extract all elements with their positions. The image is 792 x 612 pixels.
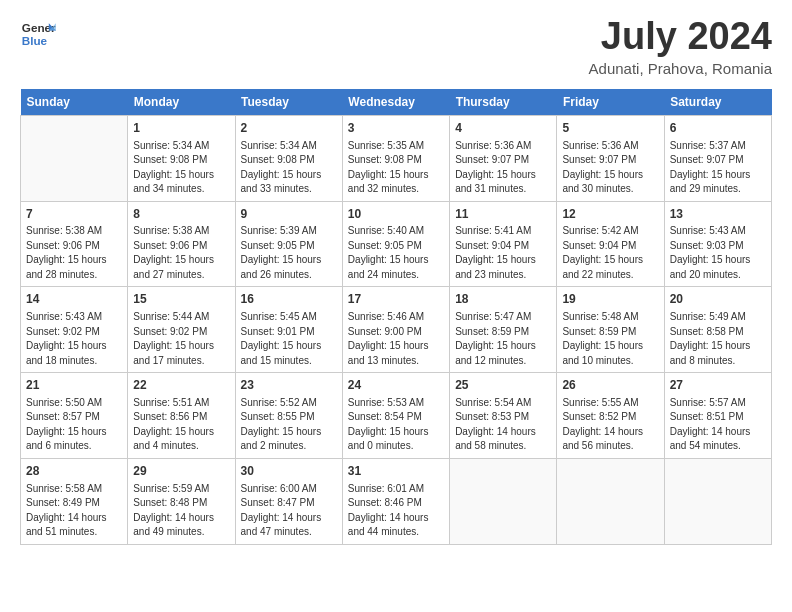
calendar-cell: 29Sunrise: 5:59 AM Sunset: 8:48 PM Dayli… (128, 458, 235, 544)
day-number: 28 (26, 463, 122, 480)
cell-info: Sunrise: 5:34 AM Sunset: 9:08 PM Dayligh… (133, 139, 229, 197)
cell-info: Sunrise: 5:40 AM Sunset: 9:05 PM Dayligh… (348, 224, 444, 282)
col-header-friday: Friday (557, 89, 664, 116)
calendar-week-row: 28Sunrise: 5:58 AM Sunset: 8:49 PM Dayli… (21, 458, 772, 544)
cell-info: Sunrise: 5:42 AM Sunset: 9:04 PM Dayligh… (562, 224, 658, 282)
day-number: 26 (562, 377, 658, 394)
cell-info: Sunrise: 6:00 AM Sunset: 8:47 PM Dayligh… (241, 482, 337, 540)
month-title: July 2024 (589, 16, 772, 58)
cell-info: Sunrise: 5:51 AM Sunset: 8:56 PM Dayligh… (133, 396, 229, 454)
calendar-cell: 11Sunrise: 5:41 AM Sunset: 9:04 PM Dayli… (450, 201, 557, 287)
cell-info: Sunrise: 5:41 AM Sunset: 9:04 PM Dayligh… (455, 224, 551, 282)
cell-info: Sunrise: 5:38 AM Sunset: 9:06 PM Dayligh… (26, 224, 122, 282)
calendar-cell: 17Sunrise: 5:46 AM Sunset: 9:00 PM Dayli… (342, 287, 449, 373)
day-number: 17 (348, 291, 444, 308)
col-header-thursday: Thursday (450, 89, 557, 116)
calendar-cell: 26Sunrise: 5:55 AM Sunset: 8:52 PM Dayli… (557, 373, 664, 459)
calendar-cell: 12Sunrise: 5:42 AM Sunset: 9:04 PM Dayli… (557, 201, 664, 287)
calendar-cell: 31Sunrise: 6:01 AM Sunset: 8:46 PM Dayli… (342, 458, 449, 544)
calendar-cell: 5Sunrise: 5:36 AM Sunset: 9:07 PM Daylig… (557, 115, 664, 201)
day-number: 2 (241, 120, 337, 137)
day-number: 15 (133, 291, 229, 308)
calendar-table: SundayMondayTuesdayWednesdayThursdayFrid… (20, 89, 772, 545)
calendar-cell: 8Sunrise: 5:38 AM Sunset: 9:06 PM Daylig… (128, 201, 235, 287)
logo-icon: General Blue (20, 16, 56, 52)
cell-info: Sunrise: 5:43 AM Sunset: 9:02 PM Dayligh… (26, 310, 122, 368)
cell-info: Sunrise: 5:35 AM Sunset: 9:08 PM Dayligh… (348, 139, 444, 197)
cell-info: Sunrise: 5:46 AM Sunset: 9:00 PM Dayligh… (348, 310, 444, 368)
calendar-header-row: SundayMondayTuesdayWednesdayThursdayFrid… (21, 89, 772, 116)
calendar-cell: 23Sunrise: 5:52 AM Sunset: 8:55 PM Dayli… (235, 373, 342, 459)
calendar-cell: 7Sunrise: 5:38 AM Sunset: 9:06 PM Daylig… (21, 201, 128, 287)
day-number: 7 (26, 206, 122, 223)
page-header: General Blue July 2024 Adunati, Prahova,… (20, 16, 772, 77)
day-number: 16 (241, 291, 337, 308)
calendar-week-row: 14Sunrise: 5:43 AM Sunset: 9:02 PM Dayli… (21, 287, 772, 373)
day-number: 6 (670, 120, 766, 137)
calendar-cell: 24Sunrise: 5:53 AM Sunset: 8:54 PM Dayli… (342, 373, 449, 459)
calendar-week-row: 1Sunrise: 5:34 AM Sunset: 9:08 PM Daylig… (21, 115, 772, 201)
calendar-cell (21, 115, 128, 201)
calendar-week-row: 7Sunrise: 5:38 AM Sunset: 9:06 PM Daylig… (21, 201, 772, 287)
cell-info: Sunrise: 6:01 AM Sunset: 8:46 PM Dayligh… (348, 482, 444, 540)
col-header-sunday: Sunday (21, 89, 128, 116)
calendar-cell: 18Sunrise: 5:47 AM Sunset: 8:59 PM Dayli… (450, 287, 557, 373)
col-header-monday: Monday (128, 89, 235, 116)
location: Adunati, Prahova, Romania (589, 60, 772, 77)
calendar-week-row: 21Sunrise: 5:50 AM Sunset: 8:57 PM Dayli… (21, 373, 772, 459)
col-header-saturday: Saturday (664, 89, 771, 116)
calendar-cell: 25Sunrise: 5:54 AM Sunset: 8:53 PM Dayli… (450, 373, 557, 459)
day-number: 8 (133, 206, 229, 223)
cell-info: Sunrise: 5:39 AM Sunset: 9:05 PM Dayligh… (241, 224, 337, 282)
cell-info: Sunrise: 5:54 AM Sunset: 8:53 PM Dayligh… (455, 396, 551, 454)
logo: General Blue (20, 16, 56, 52)
cell-info: Sunrise: 5:55 AM Sunset: 8:52 PM Dayligh… (562, 396, 658, 454)
day-number: 5 (562, 120, 658, 137)
day-number: 19 (562, 291, 658, 308)
col-header-tuesday: Tuesday (235, 89, 342, 116)
cell-info: Sunrise: 5:44 AM Sunset: 9:02 PM Dayligh… (133, 310, 229, 368)
cell-info: Sunrise: 5:45 AM Sunset: 9:01 PM Dayligh… (241, 310, 337, 368)
day-number: 13 (670, 206, 766, 223)
day-number: 1 (133, 120, 229, 137)
day-number: 29 (133, 463, 229, 480)
cell-info: Sunrise: 5:36 AM Sunset: 9:07 PM Dayligh… (455, 139, 551, 197)
day-number: 12 (562, 206, 658, 223)
calendar-cell: 6Sunrise: 5:37 AM Sunset: 9:07 PM Daylig… (664, 115, 771, 201)
cell-info: Sunrise: 5:34 AM Sunset: 9:08 PM Dayligh… (241, 139, 337, 197)
day-number: 3 (348, 120, 444, 137)
day-number: 4 (455, 120, 551, 137)
cell-info: Sunrise: 5:47 AM Sunset: 8:59 PM Dayligh… (455, 310, 551, 368)
calendar-cell: 14Sunrise: 5:43 AM Sunset: 9:02 PM Dayli… (21, 287, 128, 373)
day-number: 31 (348, 463, 444, 480)
day-number: 27 (670, 377, 766, 394)
day-number: 25 (455, 377, 551, 394)
day-number: 14 (26, 291, 122, 308)
calendar-cell: 22Sunrise: 5:51 AM Sunset: 8:56 PM Dayli… (128, 373, 235, 459)
day-number: 21 (26, 377, 122, 394)
calendar-cell: 2Sunrise: 5:34 AM Sunset: 9:08 PM Daylig… (235, 115, 342, 201)
calendar-cell: 28Sunrise: 5:58 AM Sunset: 8:49 PM Dayli… (21, 458, 128, 544)
calendar-cell: 27Sunrise: 5:57 AM Sunset: 8:51 PM Dayli… (664, 373, 771, 459)
calendar-cell: 1Sunrise: 5:34 AM Sunset: 9:08 PM Daylig… (128, 115, 235, 201)
calendar-cell: 10Sunrise: 5:40 AM Sunset: 9:05 PM Dayli… (342, 201, 449, 287)
col-header-wednesday: Wednesday (342, 89, 449, 116)
calendar-cell: 15Sunrise: 5:44 AM Sunset: 9:02 PM Dayli… (128, 287, 235, 373)
day-number: 24 (348, 377, 444, 394)
calendar-cell: 21Sunrise: 5:50 AM Sunset: 8:57 PM Dayli… (21, 373, 128, 459)
cell-info: Sunrise: 5:48 AM Sunset: 8:59 PM Dayligh… (562, 310, 658, 368)
cell-info: Sunrise: 5:58 AM Sunset: 8:49 PM Dayligh… (26, 482, 122, 540)
cell-info: Sunrise: 5:57 AM Sunset: 8:51 PM Dayligh… (670, 396, 766, 454)
calendar-cell: 9Sunrise: 5:39 AM Sunset: 9:05 PM Daylig… (235, 201, 342, 287)
cell-info: Sunrise: 5:50 AM Sunset: 8:57 PM Dayligh… (26, 396, 122, 454)
title-block: July 2024 Adunati, Prahova, Romania (589, 16, 772, 77)
calendar-cell: 20Sunrise: 5:49 AM Sunset: 8:58 PM Dayli… (664, 287, 771, 373)
calendar-cell: 4Sunrise: 5:36 AM Sunset: 9:07 PM Daylig… (450, 115, 557, 201)
cell-info: Sunrise: 5:59 AM Sunset: 8:48 PM Dayligh… (133, 482, 229, 540)
calendar-cell: 30Sunrise: 6:00 AM Sunset: 8:47 PM Dayli… (235, 458, 342, 544)
calendar-cell: 3Sunrise: 5:35 AM Sunset: 9:08 PM Daylig… (342, 115, 449, 201)
day-number: 30 (241, 463, 337, 480)
calendar-cell: 19Sunrise: 5:48 AM Sunset: 8:59 PM Dayli… (557, 287, 664, 373)
svg-text:Blue: Blue (22, 34, 48, 47)
cell-info: Sunrise: 5:43 AM Sunset: 9:03 PM Dayligh… (670, 224, 766, 282)
